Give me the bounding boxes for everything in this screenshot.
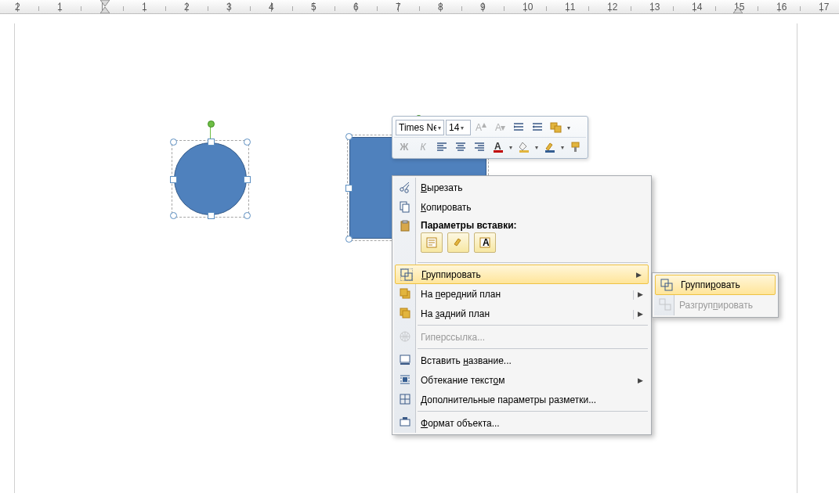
ruler-label: 4 (269, 2, 274, 13)
submenu-group[interactable]: Группировать (655, 275, 776, 295)
menu-bring-front-label: На передний план (421, 289, 501, 300)
svg-rect-10 (494, 150, 503, 153)
ruler-label: 1 (142, 2, 147, 13)
ruler-label: 6 (353, 2, 359, 13)
svg-text:A: A (494, 141, 501, 152)
resize-handle-tl[interactable] (345, 133, 353, 140)
svg-rect-13 (572, 142, 579, 147)
ruler-label: 17 (819, 2, 829, 13)
align-left-button[interactable] (433, 139, 450, 156)
menu-send-back-label: На задний план (421, 308, 490, 319)
menu-group[interactable]: Группировать ▶ (395, 265, 649, 284)
rotate-handle[interactable] (208, 121, 215, 128)
font-color-button[interactable]: A ▾ (490, 139, 514, 156)
shape-ellipse[interactable] (174, 142, 247, 215)
menu-paste-options: Параметры вставки: A (394, 217, 649, 261)
submenu-group-label: Группировать (681, 279, 740, 290)
ruler-label: 10 (523, 2, 533, 13)
layout-icon (398, 392, 412, 406)
italic-button[interactable]: К (414, 139, 432, 156)
align-center-button[interactable] (452, 139, 469, 156)
svg-marker-0 (100, 0, 110, 6)
decrease-indent-button[interactable] (510, 119, 527, 136)
resize-handle-tl[interactable] (170, 139, 177, 146)
first-line-indent-marker[interactable] (100, 0, 110, 7)
submenu-arrow-icon: ▶ (638, 376, 643, 384)
svg-rect-32 (400, 355, 410, 362)
menu-insert-caption[interactable]: Вставить название... (394, 351, 649, 370)
shape-outline-button[interactable]: ▾ (541, 139, 566, 156)
svg-rect-33 (400, 363, 410, 365)
left-indent-marker[interactable] (100, 7, 110, 14)
resize-handle-b[interactable] (208, 212, 215, 219)
svg-rect-40 (660, 299, 665, 304)
bring-front-icon (398, 286, 412, 301)
svg-rect-18 (403, 204, 409, 212)
bold-button[interactable]: Ж (396, 139, 413, 156)
format-painter-button[interactable] (567, 139, 584, 156)
resize-handle-l[interactable] (345, 185, 353, 192)
svg-rect-12 (545, 150, 555, 153)
resize-handle-bl[interactable] (345, 236, 353, 243)
globe-icon (398, 329, 412, 344)
resize-handle-t[interactable] (208, 139, 215, 146)
ruler-label: 11 (565, 2, 575, 13)
grow-font-button[interactable]: A▴ (472, 119, 490, 136)
font-size-value: 14 (449, 122, 459, 133)
font-family-combo[interactable]: Times Ne▾ (396, 120, 444, 135)
svg-point-15 (400, 188, 403, 191)
paste-option-keep-formatting[interactable] (421, 232, 443, 253)
menu-separator (418, 411, 648, 412)
menu-hyperlink: Гиперссылка... (394, 327, 649, 347)
context-menu: Вырезать Копировать Параметры вставки: A… (392, 175, 652, 435)
shrink-font-button[interactable]: A▾ (491, 119, 508, 136)
group-submenu: Группировать Разгруппировать (652, 272, 779, 318)
menu-send-to-back[interactable]: На задний план | ▶ (394, 304, 649, 323)
scissors-icon (398, 180, 412, 194)
svg-rect-30 (403, 311, 410, 318)
menu-format-object[interactable]: Формат объекта... (394, 413, 649, 433)
ruler-label: 9 (480, 2, 486, 13)
menu-copy[interactable]: Копировать (394, 197, 649, 217)
menu-bring-to-front[interactable]: На передний план | ▶ (394, 284, 649, 304)
send-back-icon (398, 306, 412, 320)
menu-separator (418, 262, 648, 263)
font-size-combo[interactable]: 14▾ (446, 120, 471, 135)
align-right-button[interactable] (471, 139, 488, 156)
menu-insert-caption-label: Вставить название... (421, 355, 512, 366)
svg-rect-20 (403, 221, 407, 223)
ruler-label: 7 (396, 2, 401, 13)
menu-text-wrapping[interactable]: Обтекание текстом ▶ (394, 370, 649, 390)
submenu-arrow-icon: ▶ (638, 310, 643, 318)
ungroup-icon (658, 297, 672, 311)
paste-option-merge-formatting[interactable] (447, 232, 469, 253)
mini-toolbar: Times Ne▾ 14▾ A▴ A▾ ▾ Ж К (392, 116, 588, 159)
ruler-label: 2 (184, 2, 190, 13)
svg-rect-14 (574, 147, 577, 152)
resize-handle-tr[interactable] (244, 139, 251, 146)
submenu-arrow-icon: ▶ (636, 271, 642, 279)
resize-handle-l[interactable] (170, 176, 177, 183)
horizontal-ruler[interactable]: 2 1 1 2 3 4 5 6 7 8 9 10 11 12 13 14 15 … (0, 0, 839, 14)
svg-rect-11 (519, 150, 529, 153)
menu-text-wrap-label: Обтекание текстом (421, 375, 505, 386)
menu-more-layout-options[interactable]: Дополнительные параметры разметки... (394, 390, 649, 409)
svg-text:A: A (476, 122, 482, 133)
svg-point-16 (405, 189, 408, 193)
resize-handle-br[interactable] (244, 212, 251, 219)
quick-styles-button[interactable]: ▾ (548, 119, 572, 136)
shape-fill-button[interactable]: ▾ (515, 139, 540, 156)
caption-icon (398, 353, 412, 367)
svg-rect-37 (403, 417, 407, 419)
right-indent-marker[interactable] (733, 7, 743, 14)
menu-cut[interactable]: Вырезать (394, 178, 649, 197)
clipboard-icon (398, 219, 412, 233)
group-icon (400, 268, 414, 282)
paste-option-picture[interactable]: A (474, 232, 496, 253)
resize-handle-bl[interactable] (170, 212, 177, 219)
svg-rect-8 (555, 126, 561, 132)
ruler-label: 5 (311, 2, 316, 13)
ruler-label: 14 (692, 2, 702, 13)
resize-handle-r[interactable] (244, 176, 251, 183)
increase-indent-button[interactable] (529, 119, 546, 136)
